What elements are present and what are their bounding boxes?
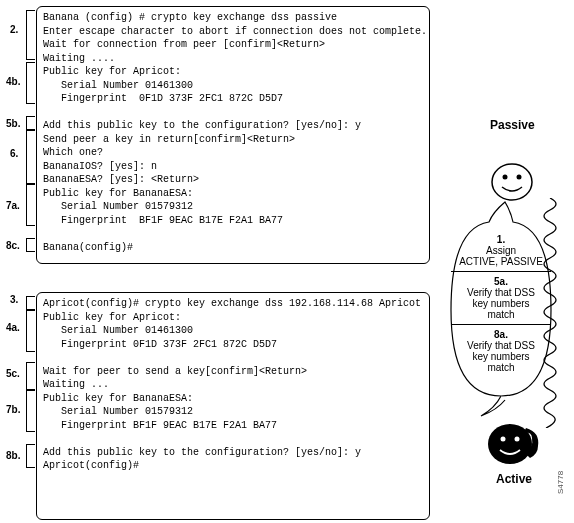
step-label-2: 2.: [10, 24, 18, 35]
term-line: Add this public key to the configuration…: [43, 446, 423, 460]
term-line: [43, 351, 423, 365]
divider: [451, 271, 551, 272]
term-line: [43, 432, 423, 446]
term-line: Waiting ....: [43, 52, 423, 66]
step-label-3: 3.: [10, 294, 18, 305]
svg-point-1: [503, 175, 508, 180]
term-line: Wait for peer to send a key[confirm]<Ret…: [43, 365, 423, 379]
term-line: Public key for Apricot:: [43, 65, 423, 79]
term-line: Public key for Apricot:: [43, 311, 423, 325]
bracket: [26, 116, 35, 130]
step-label-4b: 4b.: [6, 76, 20, 87]
term-line: Serial Number 01461300: [43, 324, 423, 338]
step-label-7b: 7b.: [6, 404, 20, 415]
term-line: Serial Number 01461300: [43, 79, 423, 93]
term-line: Serial Number 01579312: [43, 405, 423, 419]
term-line: Fingerprint BF1F 9EAC B17E F2A1 BA77: [43, 214, 423, 228]
svg-point-0: [492, 164, 532, 200]
term-line: Banana(config)#: [43, 241, 423, 255]
figure-number: S4778: [556, 471, 565, 494]
term-line: Serial Number 01579312: [43, 200, 423, 214]
term-line: BananaESA? [yes]: <Return>: [43, 173, 423, 187]
bracket: [26, 310, 35, 352]
step-label-8c: 8c.: [6, 240, 20, 251]
bracket: [26, 62, 35, 104]
bracket: [26, 130, 35, 184]
step-label-4a: 4a.: [6, 322, 20, 333]
step-label-5c: 5c.: [6, 368, 20, 379]
passive-heading: Passive: [490, 118, 535, 132]
bubble-step-8a: 8a.: [494, 329, 508, 340]
active-heading: Active: [496, 472, 532, 486]
bracket: [26, 10, 35, 60]
bracket: [26, 296, 35, 310]
term-line: Apricot(config)#: [43, 459, 423, 473]
face-active-icon: [484, 418, 542, 473]
term-line: Banana (config) # crypto key exchange ds…: [43, 11, 423, 25]
bracket: [26, 184, 35, 226]
step-label-6: 6.: [10, 148, 18, 159]
terminal-apricot: Apricot(config)# crypto key exchange dss…: [36, 292, 430, 520]
terminal-banana: Banana (config) # crypto key exchange ds…: [36, 6, 430, 264]
bubble-step-5a: 5a.: [494, 276, 508, 287]
step-label-8b: 8b.: [6, 450, 20, 461]
term-line: [43, 106, 423, 120]
term-line: Send peer a key in return[confirm]<Retur…: [43, 133, 423, 147]
svg-point-5: [515, 437, 520, 442]
step-label-7a: 7a.: [6, 200, 20, 211]
term-line: Waiting ...: [43, 378, 423, 392]
divider: [451, 324, 551, 325]
term-line: Fingerprint 0F1D 373F 2FC1 872C D5D7: [43, 338, 423, 352]
bracket: [26, 390, 35, 432]
bracket: [26, 362, 35, 390]
term-line: Fingerprint BF1F 9EAC B17E F2A1 BA77: [43, 419, 423, 433]
term-line: Add this public key to the configuration…: [43, 119, 423, 133]
svg-point-4: [501, 437, 506, 442]
bubble-step-1: 1.: [497, 234, 505, 245]
term-line: Wait for connection from peer [confirm]<…: [43, 38, 423, 52]
bracket: [26, 444, 35, 468]
term-line: [43, 227, 423, 241]
term-line: Enter escape character to abort if conne…: [43, 25, 423, 39]
term-line: Which one?: [43, 146, 423, 160]
term-line: Public key for BananaESA:: [43, 392, 423, 406]
svg-point-2: [517, 175, 522, 180]
term-line: Apricot(config)# crypto key exchange dss…: [43, 297, 423, 311]
phone-cord-icon: [540, 198, 566, 431]
term-line: Fingerprint 0F1D 373F 2FC1 872C D5D7: [43, 92, 423, 106]
step-label-5b: 5b.: [6, 118, 20, 129]
term-line: BananaIOS? [yes]: n: [43, 160, 423, 174]
bracket: [26, 238, 35, 252]
term-line: Public key for BananaESA:: [43, 187, 423, 201]
